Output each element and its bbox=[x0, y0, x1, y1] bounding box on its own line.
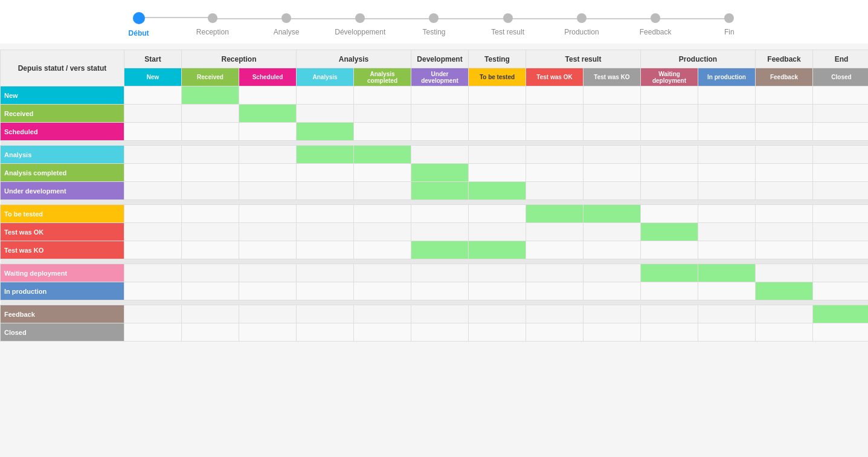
row-label-closed: Closed bbox=[1, 323, 124, 342]
data-cell bbox=[182, 164, 239, 182]
step-item-feedback[interactable]: Feedback bbox=[619, 13, 692, 36]
data-cell bbox=[583, 86, 641, 105]
data-cell bbox=[411, 241, 469, 259]
group-header-test-result: Test result bbox=[526, 50, 641, 68]
data-cell bbox=[813, 123, 869, 141]
data-cell bbox=[182, 282, 239, 300]
table-row: Scheduled bbox=[1, 123, 869, 141]
table-row: Analysis bbox=[1, 146, 869, 164]
data-cell bbox=[583, 146, 641, 164]
sub-header-feedback: Feedback bbox=[756, 68, 813, 86]
step-label-7: Feedback bbox=[640, 28, 672, 36]
data-cell bbox=[641, 182, 698, 200]
data-cell bbox=[469, 323, 526, 342]
data-cell bbox=[813, 223, 869, 241]
table-row: New bbox=[1, 86, 869, 105]
data-cell bbox=[526, 123, 583, 141]
data-cell bbox=[124, 205, 182, 223]
step-label-6: Production bbox=[564, 28, 599, 36]
data-cell bbox=[526, 86, 583, 105]
data-cell bbox=[813, 205, 869, 223]
step-item-developpement[interactable]: Développement bbox=[323, 13, 397, 36]
data-cell bbox=[297, 323, 354, 342]
data-cell bbox=[641, 323, 698, 342]
data-cell bbox=[813, 86, 869, 105]
step-item-debut[interactable]: Début bbox=[102, 12, 176, 37]
data-cell bbox=[297, 282, 354, 300]
data-cell bbox=[297, 86, 354, 105]
data-cell bbox=[698, 182, 756, 200]
data-cell bbox=[583, 105, 641, 123]
status-transition-table: Depuis statut / vers statutStartReceptio… bbox=[0, 50, 868, 342]
table-row: Waiting deployment bbox=[1, 264, 869, 282]
data-cell bbox=[239, 205, 297, 223]
sub-header-closed: Closed bbox=[813, 68, 869, 86]
data-cell bbox=[526, 164, 583, 182]
app-container: DébutReceptionAnalyseDéveloppementTestin… bbox=[0, 0, 868, 342]
step-circle-8 bbox=[724, 13, 734, 23]
data-cell bbox=[124, 323, 182, 342]
data-cell bbox=[411, 146, 469, 164]
data-cell bbox=[354, 146, 411, 164]
table-row: Under development bbox=[1, 182, 869, 200]
data-cell bbox=[239, 264, 297, 282]
data-cell bbox=[756, 105, 813, 123]
data-cell bbox=[641, 205, 698, 223]
row-label-waiting-deployment: Waiting deployment bbox=[1, 264, 124, 282]
sub-header-in-production: In production bbox=[698, 68, 756, 86]
data-cell bbox=[583, 164, 641, 182]
step-item-reception[interactable]: Reception bbox=[176, 13, 249, 36]
data-cell bbox=[411, 323, 469, 342]
data-cell bbox=[297, 264, 354, 282]
step-item-test result[interactable]: Test result bbox=[471, 13, 545, 36]
data-cell bbox=[641, 123, 698, 141]
data-cell bbox=[182, 241, 239, 259]
data-cell bbox=[124, 105, 182, 123]
data-cell bbox=[813, 241, 869, 259]
data-cell bbox=[469, 105, 526, 123]
step-item-testing[interactable]: Testing bbox=[397, 13, 471, 36]
data-cell bbox=[698, 323, 756, 342]
data-cell bbox=[354, 282, 411, 300]
step-circle-2 bbox=[281, 13, 291, 23]
data-cell bbox=[526, 282, 583, 300]
data-cell bbox=[698, 105, 756, 123]
step-item-production[interactable]: Production bbox=[545, 13, 619, 36]
data-cell bbox=[354, 241, 411, 259]
data-cell bbox=[239, 86, 297, 105]
row-label-test-was-ok: Test was OK bbox=[1, 223, 124, 241]
data-cell bbox=[756, 86, 813, 105]
data-cell bbox=[354, 305, 411, 323]
sub-header-under-development: Under development bbox=[411, 68, 469, 86]
data-cell bbox=[469, 264, 526, 282]
data-cell bbox=[297, 164, 354, 182]
table-row: Analysis completed bbox=[1, 164, 869, 182]
data-cell bbox=[411, 282, 469, 300]
step-item-fin[interactable]: Fin bbox=[692, 13, 766, 36]
data-cell bbox=[756, 164, 813, 182]
data-cell bbox=[641, 282, 698, 300]
step-item-analyse[interactable]: Analyse bbox=[249, 13, 323, 36]
data-cell bbox=[469, 305, 526, 323]
row-label-under-development: Under development bbox=[1, 182, 124, 200]
row-label-test-was-ko: Test was KO bbox=[1, 241, 124, 259]
group-header-feedback: Feedback bbox=[756, 50, 813, 68]
data-cell bbox=[813, 282, 869, 300]
group-header-start: Start bbox=[124, 50, 182, 68]
data-cell bbox=[756, 223, 813, 241]
data-cell bbox=[411, 86, 469, 105]
data-cell bbox=[411, 264, 469, 282]
data-cell bbox=[182, 305, 239, 323]
data-cell bbox=[526, 264, 583, 282]
data-cell bbox=[698, 223, 756, 241]
data-cell bbox=[583, 264, 641, 282]
group-header-analysis: Analysis bbox=[297, 50, 411, 68]
data-cell bbox=[354, 323, 411, 342]
data-cell bbox=[526, 305, 583, 323]
data-cell bbox=[297, 205, 354, 223]
data-cell bbox=[526, 323, 583, 342]
data-cell bbox=[469, 241, 526, 259]
data-cell bbox=[297, 241, 354, 259]
data-cell bbox=[124, 223, 182, 241]
data-cell bbox=[756, 282, 813, 300]
